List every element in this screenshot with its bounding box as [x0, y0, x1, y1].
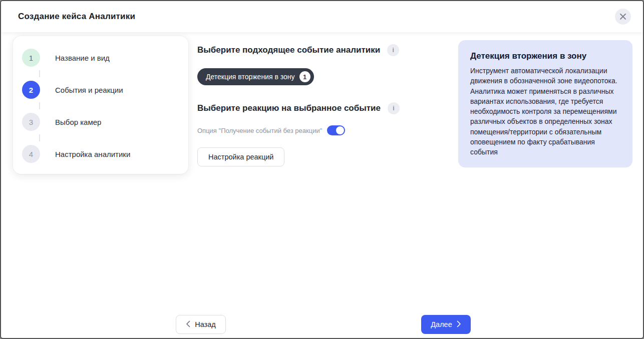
stepper-item-analytics-settings[interactable]: 4 Настройка аналитики — [22, 145, 176, 163]
step-number-badge: 2 — [22, 81, 40, 99]
event-description-title: Детекция вторжения в зону — [470, 51, 620, 61]
info-icon[interactable]: i — [387, 44, 399, 56]
back-button[interactable]: Назад — [176, 315, 226, 334]
no-reaction-option-label: Опция "Получение событий без реакции" — [197, 127, 322, 134]
selected-event-chip[interactable]: Детекция вторжения в зону 1 — [197, 68, 314, 85]
reaction-section-heading: Выберите реакцию на выбранное событие — [197, 103, 381, 113]
event-description-text: Инструмент автоматической локализации дв… — [470, 66, 620, 157]
event-section-heading: Выберите подходящее событие аналитики — [197, 45, 380, 55]
step-connector — [39, 70, 40, 77]
configure-reactions-button[interactable]: Настройка реакций — [197, 147, 284, 166]
back-button-label: Назад — [195, 320, 216, 328]
step-label: Настройка аналитики — [55, 150, 130, 158]
dialog-header: Создание кейса Аналитики — [1, 1, 643, 32]
step-connector — [39, 134, 40, 141]
event-description-panel: Детекция вторжения в зону Инструмент авт… — [458, 40, 632, 167]
main-content: Выберите подходящее событие аналитики i … — [197, 44, 448, 166]
stepper-item-name-and-type[interactable]: 1 Название и вид — [22, 49, 176, 67]
stepper-panel: 1 Название и вид 2 События и реакции 3 В… — [13, 36, 188, 174]
next-button-label: Далее — [431, 320, 452, 328]
stepper-item-camera-selection[interactable]: 3 Выбор камер — [22, 113, 176, 131]
step-number-badge: 4 — [22, 145, 40, 163]
selected-event-count-badge: 1 — [299, 71, 310, 82]
info-icon[interactable]: i — [388, 102, 400, 114]
next-button[interactable]: Далее — [421, 315, 471, 334]
step-label: Название и вид — [55, 54, 110, 62]
dialog-title: Создание кейса Аналитики — [18, 12, 135, 22]
step-label: События и реакции — [55, 86, 123, 94]
close-button[interactable] — [615, 9, 631, 25]
stepper-item-events-and-reactions[interactable]: 2 События и реакции — [22, 81, 176, 99]
step-number-badge: 3 — [22, 113, 40, 131]
toggle-knob — [336, 126, 344, 134]
chevron-left-icon — [186, 320, 190, 329]
selected-event-chip-label: Детекция вторжения в зону — [206, 73, 295, 81]
chevron-right-icon — [457, 320, 461, 329]
no-reaction-toggle[interactable] — [327, 125, 345, 135]
step-connector — [39, 102, 40, 109]
create-analytics-case-dialog: Создание кейса Аналитики 1 Название и ви… — [0, 0, 644, 339]
step-number-badge: 1 — [22, 49, 40, 67]
step-label: Выбор камер — [55, 118, 101, 126]
close-icon — [619, 13, 626, 20]
